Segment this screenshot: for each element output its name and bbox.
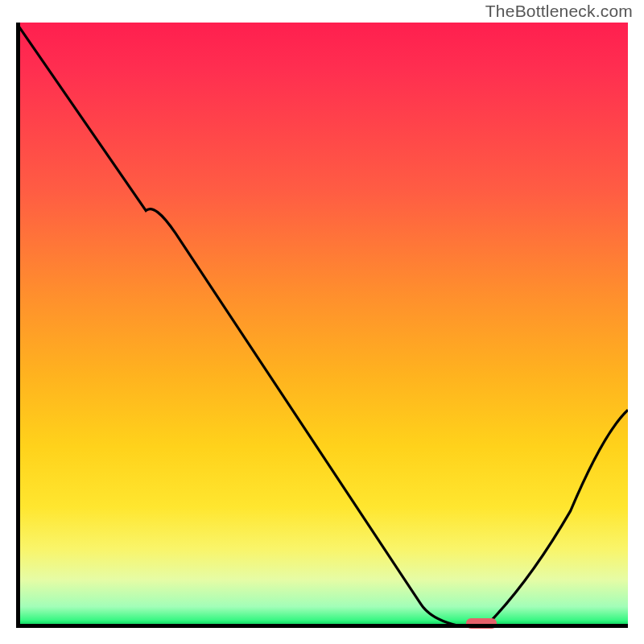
optimal-range-marker	[466, 618, 497, 629]
watermark-text: TheBottleneck.com	[485, 2, 633, 21]
plot-area	[16, 23, 628, 628]
chart-container: TheBottleneck.com	[0, 0, 644, 644]
background-gradient	[16, 23, 628, 628]
